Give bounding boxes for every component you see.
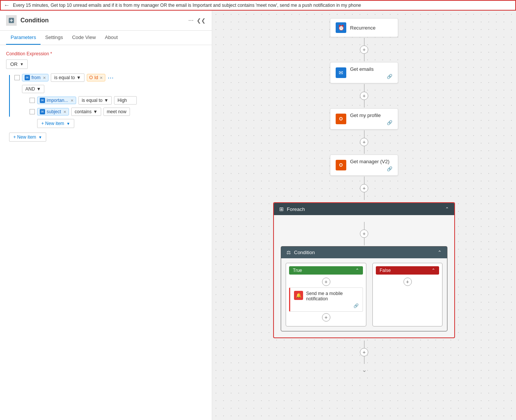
foreach-header[interactable]: ⊞ Foreach ⌃ — [274, 203, 454, 215]
banner-text: Every 15 minutes, Get top 10 unread emai… — [13, 3, 361, 8]
connector-line-3b — [364, 146, 364, 154]
from-tag-close[interactable]: ✕ — [43, 76, 46, 80]
checkbox-row3[interactable] — [30, 109, 35, 114]
connector-3: + — [360, 130, 368, 154]
checkbox-row1[interactable] — [14, 75, 20, 80]
foreach-label: Foreach — [287, 206, 305, 212]
subject-tag: ✉ subject ✕ — [37, 108, 69, 116]
panel-header: Condition ⋯ ❮❮ — [0, 11, 212, 31]
operator-chevron-3: ▼ — [93, 109, 98, 114]
more-options-row1[interactable]: ⋯ — [108, 74, 114, 81]
from-tag-label: from — [31, 75, 41, 80]
or-branch: ✉ from ✕ is equal to ▼ O Id — [9, 73, 206, 128]
branch-content: ✉ from ✕ is equal to ▼ O Id — [14, 73, 206, 128]
condition-box-collapse[interactable]: ⌃ — [438, 250, 442, 255]
and-row-2: ✉ importan... ✕ is equal to ▼ High — [30, 96, 206, 105]
connector-line-1 — [364, 38, 364, 45]
get-manager-icon: O — [336, 160, 346, 170]
false-add-step[interactable]: + — [403, 278, 412, 286]
new-item-outer-btn[interactable]: + New item ▼ — [9, 133, 46, 142]
add-step-1[interactable]: + — [360, 45, 368, 54]
bottom-add-step[interactable]: + — [360, 348, 368, 356]
tab-parameters[interactable]: Parameters — [6, 31, 41, 45]
importance-label: importan... — [47, 98, 68, 103]
tab-settings[interactable]: Settings — [41, 31, 67, 45]
true-branch: True ⌃ + 🔔 Send me a — [286, 263, 366, 326]
outlook-icon-3: ✉ — [40, 109, 45, 114]
foreach-container: ⊞ Foreach ⌃ + ⚖ — [273, 202, 455, 338]
or-label: OR — [10, 61, 18, 67]
operator-select-row3[interactable]: contains ▼ — [71, 108, 101, 116]
mobile-notif-icon: 🔔 — [294, 291, 303, 300]
value-input-row3[interactable]: meet now — [103, 108, 130, 116]
and-dropdown[interactable]: AND ▼ — [22, 85, 44, 93]
outlook-icon-2: ✉ — [40, 98, 45, 103]
false-branch-connector: + — [376, 278, 439, 286]
from-tag: ✉ from ✕ — [22, 74, 48, 81]
and-chevron-icon: ▼ — [36, 86, 41, 92]
recurrence-node[interactable]: ⏰ Recurrence — [330, 18, 398, 37]
and-rows: ✉ importan... ✕ is equal to ▼ High — [30, 96, 206, 128]
condition-box-icon: ⚖ — [286, 250, 291, 255]
or-chevron-icon: ▼ — [20, 62, 24, 66]
new-item-outer-label: + New item — [13, 134, 36, 140]
tab-about[interactable]: About — [100, 31, 122, 45]
foreach-collapse-icon[interactable]: ⌃ — [445, 206, 449, 212]
panel-header-actions[interactable]: ⋯ ❮❮ — [188, 17, 206, 23]
value-close-row1[interactable]: ✕ — [100, 76, 103, 80]
get-emails-node[interactable]: ✉ Get emails 🔗 — [330, 62, 398, 83]
condition-box-header[interactable]: ⚖ Condition ⌃ — [281, 247, 447, 258]
operator-select-row2[interactable]: is equal to ▼ — [78, 96, 112, 105]
back-arrow-icon[interactable]: ← — [4, 2, 10, 9]
add-step-2[interactable]: + — [360, 92, 368, 100]
connector-line-3 — [364, 130, 364, 138]
value-pill-row1: O Id ✕ — [87, 74, 105, 81]
flow-container: ⏰ Recurrence + ✉ Get emails 🔗 + — [220, 18, 508, 373]
get-my-profile-icon: O — [336, 114, 346, 124]
connector-2: + — [360, 84, 368, 108]
new-item-inner-btn[interactable]: + New item ▼ — [37, 119, 74, 128]
true-collapse-icon[interactable]: ⌃ — [355, 268, 359, 273]
and-row-3: ✉ subject ✕ contains ▼ meet now — [30, 108, 206, 116]
condition-expression-label: Condition Expression * — [6, 51, 206, 56]
link-icon-1: 🔗 — [387, 74, 392, 79]
connector-1: + — [360, 38, 368, 61]
true-add-step[interactable]: + — [322, 278, 330, 286]
get-manager-node[interactable]: O Get manager (V2) 🔗 — [330, 155, 398, 176]
link-icon-2: 🔗 — [387, 120, 392, 125]
notif-link-icon: 🔗 — [353, 303, 359, 308]
right-panel: ⏰ Recurrence + ✉ Get emails 🔗 + — [212, 11, 516, 420]
subject-label: subject — [47, 109, 61, 114]
false-branch: False ⌃ + — [372, 263, 443, 326]
condition-panel-icon — [6, 15, 17, 26]
or-dropdown[interactable]: OR ▼ — [6, 59, 28, 69]
true-false-row: True ⌃ + 🔔 Send me a — [281, 258, 447, 331]
connector-line-2 — [364, 84, 364, 92]
mobile-notification-node[interactable]: 🔔 Send me a mobile notification 🔗 — [289, 287, 363, 312]
get-my-profile-node[interactable]: O Get my profile 🔗 — [330, 108, 398, 130]
checkbox-row2[interactable] — [30, 98, 35, 103]
operator-select-row1[interactable]: is equal to ▼ — [51, 73, 84, 82]
importance-tag: ✉ importan... ✕ — [37, 97, 76, 104]
outlook-icon: ✉ — [25, 75, 30, 80]
subject-close[interactable]: ✕ — [63, 110, 66, 114]
recurrence-label: Recurrence — [350, 25, 392, 31]
add-step-3[interactable]: + — [360, 138, 368, 146]
true-bottom-add-step[interactable]: + — [322, 313, 330, 322]
collapse-icon[interactable]: ❮❮ — [197, 17, 206, 23]
main-layout: Condition ⋯ ❮❮ Parameters Settings Code … — [0, 0, 516, 420]
more-dots-icon[interactable]: ⋯ — [188, 17, 194, 23]
connector-line-4 — [364, 176, 364, 184]
false-collapse-icon[interactable]: ⌃ — [432, 268, 435, 273]
value-input-row2[interactable]: High — [114, 96, 137, 105]
importance-close[interactable]: ✕ — [70, 98, 73, 103]
recurrence-icon: ⏰ — [336, 22, 346, 33]
connector-4: + — [360, 176, 368, 200]
operator-chevron-icon: ▼ — [77, 75, 81, 80]
foreach-add-step[interactable]: + — [360, 230, 368, 238]
add-step-4[interactable]: + — [360, 184, 368, 192]
tab-code-view[interactable]: Code View — [67, 31, 100, 45]
connector-line-1b — [364, 54, 364, 61]
tabs-bar: Parameters Settings Code View About — [0, 31, 212, 45]
condition-row-1: ✉ from ✕ is equal to ▼ O Id — [14, 73, 206, 82]
